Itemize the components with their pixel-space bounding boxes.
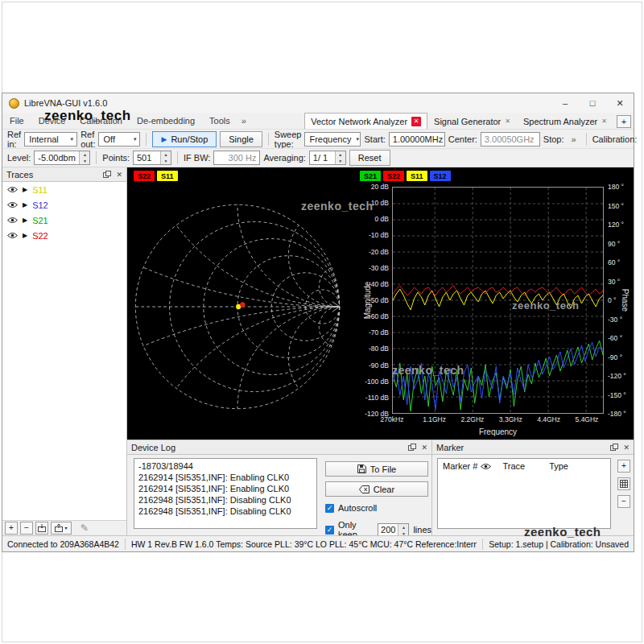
tick-label: 60 ° — [608, 258, 620, 266]
tick-label: -60 dB — [369, 312, 389, 320]
trace-play-icon[interactable]: ▶ — [23, 232, 27, 239]
spin-arrows-icon[interactable]: ▲▼ — [79, 151, 89, 164]
float-panel-icon[interactable] — [103, 171, 111, 179]
mag-plot[interactable] — [392, 187, 604, 414]
run-stop-button[interactable]: ▶ Run/Stop — [152, 131, 217, 147]
smith-chart[interactable] — [130, 200, 345, 414]
title-bar[interactable]: LibreVNA-GUI v1.6.0 – □ ✕ — [2, 93, 634, 113]
keep-lines-stepper[interactable]: 200 ▲▼ — [378, 523, 409, 537]
trace-row[interactable]: ▶ S21 — [2, 213, 126, 228]
device-log-header[interactable]: Device Log ✕ — [127, 440, 431, 455]
tick-label: -100 dB — [365, 378, 389, 386]
ref-in-value: Internal — [29, 134, 59, 144]
tab-close-icon[interactable]: ✕ — [505, 117, 510, 126]
tick-label: -110 dB — [365, 394, 389, 402]
spin-arrows-icon[interactable]: ▲▼ — [335, 151, 345, 164]
float-panel-icon[interactable] — [408, 444, 416, 452]
marker-table[interactable]: Marker # Trace Type — [437, 458, 611, 529]
tick-label: -20 dB — [369, 248, 389, 256]
menu-device[interactable]: Device — [31, 113, 73, 129]
add-trace-button[interactable]: + — [5, 522, 18, 535]
trace-label[interactable]: S11 — [32, 185, 47, 195]
edit-trace-button[interactable]: ✎ — [80, 522, 89, 534]
menu-tools[interactable]: Tools — [202, 113, 237, 129]
tab-vector-network-analyzer[interactable]: Vector Network Analyzer ✕ — [304, 113, 427, 129]
add-marker-button[interactable]: + — [617, 460, 630, 473]
magnitude-chart-panel[interactable]: S21 S22 S11 S12 Magnitude 20 dB10 dB0 dB… — [355, 167, 634, 440]
menu-file[interactable]: File — [2, 113, 31, 129]
device-log-list[interactable]: -18703/18944 2162914 [SI5351,INF]: Enabl… — [134, 458, 317, 529]
trace-play-icon[interactable]: ▶ — [23, 201, 27, 208]
marker-table-header: Marker # Trace Type — [438, 459, 610, 473]
level-label: Level: — [7, 153, 31, 163]
trace-row[interactable]: ▶ S11 — [2, 182, 126, 197]
remove-marker-button[interactable]: − — [617, 495, 630, 508]
minimize-button[interactable]: – — [551, 93, 579, 113]
averaging-stepper[interactable]: 1/ 1 ▲▼ — [309, 151, 346, 165]
ref-in-select[interactable]: Internal ▾ — [24, 132, 77, 147]
smith-chart-panel[interactable]: S22 S11 — [127, 167, 355, 440]
spin-arrows-icon[interactable]: ▲▼ — [398, 524, 408, 536]
remove-trace-button[interactable]: − — [20, 522, 33, 535]
trace-label[interactable]: S21 — [32, 216, 48, 225]
trace-tab-s22[interactable]: S22 — [383, 171, 404, 181]
trace-play-icon[interactable]: ▶ — [23, 217, 27, 224]
tab-spectrum-analyzer[interactable]: Spectrum Analyzer ✕ — [517, 113, 613, 129]
trace-label[interactable]: S22 — [32, 231, 48, 241]
tab-close-icon[interactable]: ✕ — [601, 117, 607, 126]
tab-signal-generator[interactable]: Signal Generator ✕ — [427, 113, 517, 129]
marker-title: Marker — [436, 443, 464, 452]
menu-calibration[interactable]: Calibration — [72, 113, 130, 129]
menu-overflow-chevron[interactable]: » — [237, 116, 250, 126]
export-trace-button[interactable]: ▾ — [51, 522, 72, 535]
marker-header[interactable]: Marker ✕ — [432, 440, 634, 455]
trace-tab-s12[interactable]: S12 — [430, 171, 451, 181]
trace-tab-s22[interactable]: S22 — [134, 171, 155, 181]
maximize-button[interactable]: □ — [579, 93, 606, 113]
close-panel-icon[interactable]: ✕ — [421, 443, 427, 452]
charts-area: S22 S11 — [127, 167, 634, 440]
float-panel-icon[interactable] — [610, 444, 618, 452]
sweep-type-select[interactable]: Frequency ▾ — [304, 132, 361, 147]
center-input[interactable]: 3.00050GHz — [481, 132, 540, 147]
ref-out-select[interactable]: Off ▾ — [98, 132, 140, 147]
trace-tab-s11[interactable]: S11 — [407, 171, 427, 181]
menu-de-embedding[interactable]: De-embedding — [130, 113, 202, 129]
close-panel-icon[interactable]: ✕ — [116, 170, 122, 180]
autoscroll-checkbox[interactable]: ✓ — [325, 504, 334, 513]
trace-label[interactable]: S12 — [32, 200, 48, 210]
app-window: LibreVNA-GUI v1.6.0 – □ ✕ File Device Ca… — [2, 93, 634, 552]
marker-table-button[interactable] — [617, 477, 630, 490]
eye-icon[interactable] — [7, 217, 18, 224]
trace-tab-s21[interactable]: S21 — [360, 171, 381, 181]
eye-icon[interactable] — [7, 186, 18, 193]
tick-label: 120 ° — [608, 221, 624, 229]
start-input[interactable]: 1.00000MHz — [389, 132, 445, 147]
trace-tab-s11[interactable]: S11 — [157, 171, 178, 181]
toolbar-separator — [96, 151, 97, 164]
only-keep-checkbox[interactable]: ✓ — [325, 526, 334, 535]
trace-row[interactable]: ▶ S12 — [2, 197, 126, 213]
trace-row[interactable]: ▶ S22 — [2, 228, 126, 243]
spin-arrows-icon[interactable]: ▲▼ — [160, 151, 171, 164]
traces-panel-header[interactable]: Traces ✕ — [2, 167, 126, 182]
window-title: LibreVNA-GUI v1.6.0 — [24, 98, 107, 108]
toolbar-overflow-chevron[interactable]: » — [568, 134, 580, 144]
close-button[interactable]: ✕ — [606, 93, 634, 113]
reset-button[interactable]: Reset — [349, 150, 390, 166]
trace-play-icon[interactable]: ▶ — [23, 186, 27, 193]
ifbw-input[interactable]: 300 Hz — [213, 151, 260, 165]
level-stepper[interactable]: -5.00dbm ▲▼ — [34, 151, 90, 165]
log-clear-button[interactable]: Clear — [325, 481, 428, 497]
import-trace-button[interactable] — [35, 522, 48, 535]
add-tab-button[interactable]: + — [617, 115, 631, 128]
close-panel-icon[interactable]: ✕ — [623, 443, 630, 452]
log-to-file-button[interactable]: To File — [325, 461, 428, 477]
single-button[interactable]: Single — [220, 131, 262, 147]
eye-icon[interactable] — [7, 201, 18, 208]
tick-label: -120 ° — [608, 372, 626, 380]
tick-label: -30 dB — [369, 264, 389, 272]
points-stepper[interactable]: 501 ▲▼ — [133, 151, 171, 165]
tab-close-icon[interactable]: ✕ — [411, 117, 421, 126]
eye-icon[interactable] — [7, 232, 18, 239]
